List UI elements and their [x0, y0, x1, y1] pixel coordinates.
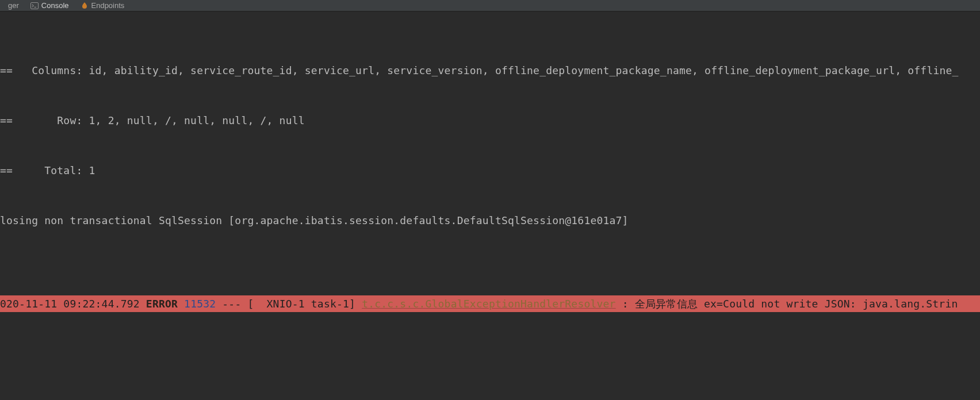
- error-banner: 020-11-11 09:22:44.792 ERROR 11532 --- […: [0, 295, 980, 312]
- log-line: losing non transactional SqlSession [org…: [0, 212, 629, 229]
- error-message: 全局异常信息 ex=Could not write JSON: java.lan…: [635, 298, 958, 310]
- error-sep: --- [ XNIO-1 task-1]: [216, 298, 362, 310]
- tool-window-tabs: ger Console Endpoints: [0, 0, 980, 11]
- svg-rect-0: [30, 2, 38, 9]
- log-line: == Total: 1: [0, 162, 95, 179]
- tool-tab-label: Endpoints: [91, 1, 125, 10]
- endpoints-icon: [81, 2, 89, 10]
- log-line: == Row: 1, 2, null, /, null, null, /, nu…: [0, 112, 305, 129]
- tool-tab-label: ger: [8, 1, 19, 10]
- error-logger[interactable]: t.c.c.s.c.GlobalExceptionHandlerResolver: [362, 298, 615, 310]
- error-colon: :: [616, 298, 635, 310]
- error-timestamp: 020-11-11 09:22:44.792: [0, 298, 140, 310]
- blank-line: [0, 362, 980, 379]
- log-line: == Columns: id, ability_id, service_rout…: [0, 62, 959, 79]
- console-icon: [30, 2, 39, 9]
- tool-tab-label: Console: [41, 1, 69, 10]
- tool-tab-console[interactable]: Console: [25, 0, 75, 11]
- error-pid: 11532: [184, 298, 216, 310]
- console-output[interactable]: == Columns: id, ability_id, service_rout…: [0, 11, 980, 400]
- tool-tab-endpoints[interactable]: Endpoints: [75, 0, 131, 11]
- tool-tab-debugger[interactable]: ger: [2, 0, 25, 11]
- error-level: ERROR: [146, 298, 178, 310]
